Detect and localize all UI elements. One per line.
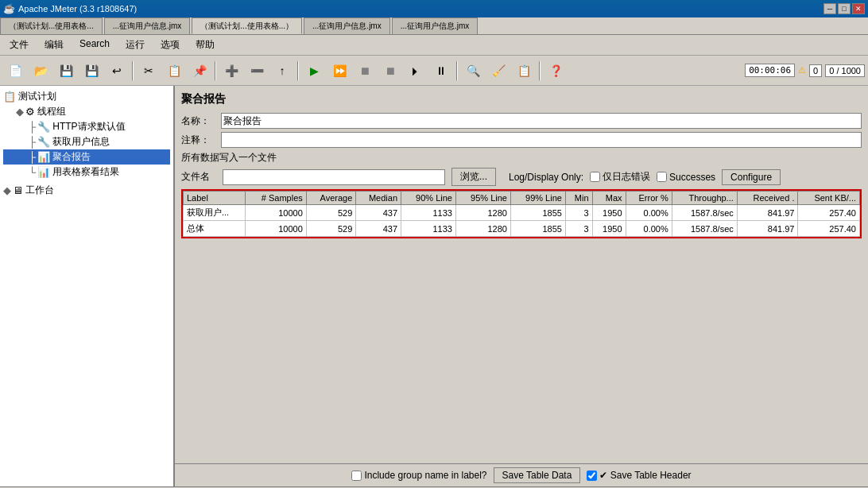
browse-button[interactable]: 浏览...	[451, 168, 496, 186]
include-group-checkbox[interactable]	[351, 471, 362, 481]
errors-only-text: 仅日志错误	[603, 170, 650, 184]
tree-label-get-user-info: 获取用户信息	[52, 135, 110, 149]
cell-99line-2: 1855	[510, 221, 565, 237]
maximize-button[interactable]: □	[838, 3, 851, 14]
tree-label-workbench: 工作台	[25, 184, 54, 197]
connector-icon-3: ├	[29, 136, 36, 148]
cell-average-1: 529	[306, 205, 356, 221]
successes-checkbox-label[interactable]: Successes	[657, 172, 715, 183]
toolbar-help[interactable]: ❓	[544, 59, 568, 83]
toolbar-start[interactable]: ▶	[302, 59, 326, 83]
toolbar-open[interactable]: 📂	[29, 59, 52, 83]
toolbar-paste[interactable]: 📌	[188, 59, 211, 83]
tree-icon-aggregate-report: 📊	[37, 151, 50, 163]
save-header-text: ✔ Save Table Header	[599, 470, 691, 481]
cell-label-1: 获取用户...	[184, 205, 246, 221]
file-label: 文件名	[181, 170, 210, 184]
include-group-label[interactable]: Include group name in label?	[351, 470, 486, 481]
cell-sent-1: 257.40	[798, 205, 860, 221]
tab-3[interactable]: （测试计划...使用表格...）	[192, 17, 302, 34]
tree-item-view-results-table[interactable]: └ 📊 用表格察看结果	[3, 165, 170, 180]
menu-edit[interactable]: 编辑	[38, 37, 70, 53]
cell-error-1: 0.00%	[626, 205, 672, 221]
toolbar-stop[interactable]: ⏹	[353, 59, 377, 83]
separator-5	[539, 61, 541, 80]
connector-icon-6: ◆	[3, 184, 11, 196]
menu-run[interactable]: 运行	[119, 37, 151, 53]
tab-4[interactable]: ...征询用户信息.jmx	[304, 17, 390, 34]
toolbar-log[interactable]: 📋	[512, 59, 536, 83]
file-input[interactable]	[223, 169, 445, 185]
window-title: Apache JMeter (3.3 r1808647)	[18, 4, 823, 14]
tab-2[interactable]: ...征询用户信息.jmx	[104, 17, 191, 34]
col-min: Min	[565, 192, 592, 205]
connector-icon-1: ◆	[16, 106, 24, 118]
tab-5[interactable]: ...征询用户信息.jmx	[392, 17, 479, 34]
cell-95line-2: 1280	[455, 221, 510, 237]
tree-label-test-plan: 测试计划	[18, 90, 56, 103]
col-max: Max	[592, 192, 626, 205]
table-row: 获取用户... 10000 529 437 1133 1280 1855 3 1…	[184, 205, 860, 221]
col-error: Error %	[626, 192, 672, 205]
panel-title: 聚合报告	[181, 92, 862, 107]
toolbar-new[interactable]: 📄	[3, 59, 27, 83]
tree-item-workbench[interactable]: ◆ 🖥 工作台	[3, 183, 170, 198]
save-table-button[interactable]: Save Table Data	[494, 467, 581, 483]
close-button[interactable]: ✕	[852, 3, 865, 14]
name-input[interactable]	[221, 113, 862, 129]
save-header-checkbox[interactable]	[587, 471, 597, 481]
toolbar-add[interactable]: ➕	[219, 59, 243, 83]
file-row: 文件名 浏览... Log/Display Only: 仅日志错误 Succes…	[181, 168, 862, 186]
toolbar-remote-stop[interactable]: ⏸	[429, 59, 453, 83]
toolbar-search[interactable]: 🔍	[461, 59, 485, 83]
table-row: 总体 10000 529 437 1133 1280 1855 3 1950 0…	[184, 221, 860, 237]
configure-button[interactable]: Configure	[722, 169, 781, 185]
toolbar-revert[interactable]: ↩	[105, 59, 129, 83]
app-icon: ☕	[3, 3, 15, 14]
col-sent: Sent KB/...	[798, 192, 860, 205]
errors-only-checkbox-label[interactable]: 仅日志错误	[590, 170, 650, 184]
menu-file[interactable]: 文件	[3, 37, 35, 53]
successes-text: Successes	[669, 172, 715, 183]
toolbar-clear[interactable]: 🧹	[486, 59, 510, 83]
connector-icon-2: ├	[29, 121, 36, 133]
comment-input[interactable]	[221, 132, 862, 148]
tree-item-get-user-info[interactable]: ├ 🔧 获取用户信息	[3, 134, 170, 149]
cell-90line-1: 1133	[401, 205, 456, 221]
tree-icon-test-plan: 📋	[3, 91, 16, 103]
cell-average-2: 529	[306, 221, 356, 237]
right-panel: 聚合报告 名称： 注释： 所有数据写入一个文件 文件名 浏览... Log/Di…	[175, 86, 868, 486]
minimize-button[interactable]: ─	[823, 3, 836, 14]
cell-sent-2: 257.40	[798, 221, 860, 237]
status-timer: 00:00:06	[745, 64, 795, 77]
toolbar-save[interactable]: 💾	[54, 59, 78, 83]
toolbar-shutdown[interactable]: ⏹	[378, 59, 402, 83]
toolbar-save-as[interactable]: 💾	[79, 59, 103, 83]
save-header-label[interactable]: ✔ Save Table Header	[587, 470, 691, 481]
menu-options[interactable]: 选项	[154, 37, 186, 53]
toolbar-remove[interactable]: ➖	[245, 59, 269, 83]
separator-3	[297, 61, 299, 80]
tree-item-http-defaults[interactable]: ├ 🔧 HTTP请求默认值	[3, 119, 170, 134]
section-title: 所有数据写入一个文件	[181, 151, 862, 165]
tree-item-thread-group[interactable]: ◆ ⚙ 线程组	[3, 104, 170, 119]
errors-only-checkbox[interactable]	[590, 172, 600, 182]
tree-item-aggregate-report[interactable]: ├ 📊 聚合报告	[3, 149, 170, 165]
separator-4	[456, 61, 458, 80]
tab-1[interactable]: （测试计划...使用表格...	[0, 17, 103, 34]
include-group-text: Include group name in label?	[364, 470, 486, 481]
toolbar-cut[interactable]: ✂	[137, 59, 161, 83]
toolbar-remote-start[interactable]: ⏵	[404, 59, 428, 83]
toolbar-copy[interactable]: 📋	[162, 59, 186, 83]
tree-item-test-plan[interactable]: 📋 测试计划	[3, 89, 170, 104]
cell-samples-2: 10000	[246, 221, 307, 237]
toolbar-start-no-pause[interactable]: ⏩	[327, 59, 351, 83]
tree-label-view-results-table: 用表格察看结果	[52, 165, 119, 179]
col-99line: 99% Line	[510, 192, 565, 205]
cell-received-1: 841.97	[737, 205, 798, 221]
toolbar-up[interactable]: ↑	[270, 59, 294, 83]
connector-icon-4: ├	[29, 151, 36, 163]
successes-checkbox[interactable]	[657, 172, 667, 182]
menu-help[interactable]: 帮助	[189, 37, 221, 53]
menu-search[interactable]: Search	[73, 37, 116, 53]
